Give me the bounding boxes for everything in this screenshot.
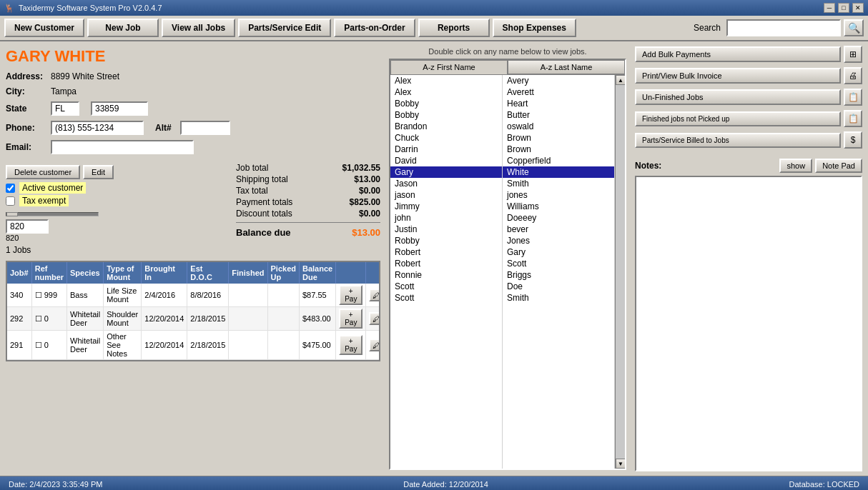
list-item[interactable]: Brown <box>503 132 614 144</box>
email-input[interactable] <box>51 140 194 154</box>
list-item[interactable]: Alex <box>390 75 502 86</box>
scrollbar[interactable]: ▲ ▼ <box>615 75 625 469</box>
tab-first-name[interactable]: A-z First Name <box>390 60 508 74</box>
list-item[interactable]: Brandon <box>390 121 502 132</box>
minimize-button[interactable]: ─ <box>824 3 835 13</box>
finished <box>229 284 267 307</box>
list-item[interactable]: Gary <box>390 166 502 178</box>
scroll-up-button[interactable]: ▲ <box>616 75 625 85</box>
new-customer-button[interactable]: New Customer <box>4 19 84 37</box>
edit-button[interactable]: Edit <box>83 165 114 179</box>
reports-button[interactable]: Reports <box>418 19 490 37</box>
list-item[interactable]: Smith <box>503 292 614 304</box>
jobs-count: 1 Jobs <box>6 245 225 255</box>
search-input[interactable] <box>726 19 841 36</box>
bulk-payments-icon[interactable]: ⊞ <box>844 46 862 63</box>
list-item[interactable]: Robby <box>390 235 502 246</box>
view-all-jobs-button[interactable]: View all Jobs <box>162 19 235 37</box>
edit-row-icon[interactable]: 🖊 <box>369 289 380 301</box>
list-item[interactable]: Jimmy <box>390 201 502 212</box>
list-item[interactable]: White <box>503 166 614 178</box>
list-item[interactable]: Jones <box>503 235 614 246</box>
edit-row-icon[interactable]: 🖊 <box>369 312 380 325</box>
list-item[interactable]: jason <box>390 189 502 201</box>
list-item[interactable]: Jason <box>390 178 502 189</box>
list-item[interactable]: Copperfield <box>503 155 614 166</box>
list-item[interactable]: jones <box>503 189 614 201</box>
list-item[interactable]: Scott <box>390 281 502 292</box>
notes-label: Notes: <box>635 161 661 171</box>
list-item[interactable]: bever <box>503 224 614 235</box>
notepad-button[interactable]: Note Pad <box>815 159 862 173</box>
list-item[interactable]: Darrin <box>390 144 502 155</box>
list-item[interactable]: Bobby <box>390 109 502 121</box>
print-bulk-invoice-button[interactable]: Print/View Bulk Invoice <box>635 68 841 84</box>
list-item[interactable]: Justin <box>390 224 502 235</box>
list-item[interactable]: Heart <box>503 98 614 109</box>
list-item[interactable]: Bobby <box>390 98 502 109</box>
new-job-button[interactable]: New Job <box>87 19 159 37</box>
shop-expenses-button[interactable]: Shop Expenses <box>493 19 576 37</box>
email-label: Email: <box>6 142 45 152</box>
show-notes-button[interactable]: show <box>779 159 812 173</box>
alt-input[interactable] <box>180 121 230 135</box>
list-item[interactable]: David <box>390 155 502 166</box>
scroll-track[interactable] <box>616 85 625 459</box>
customer-name: GARY WHITE <box>6 47 380 66</box>
state-input[interactable] <box>51 101 79 116</box>
list-item[interactable]: Scott <box>503 258 614 269</box>
tab-last-name[interactable]: A-z Last Name <box>508 60 625 74</box>
close-button[interactable]: ✕ <box>852 3 864 13</box>
list-item[interactable]: Butter <box>503 109 614 121</box>
list-item[interactable]: Ronnie <box>390 269 502 281</box>
list-item[interactable]: oswald <box>503 121 614 132</box>
tax-exempt-checkbox[interactable] <box>6 196 15 206</box>
list-item[interactable]: Doeeey <box>503 212 614 224</box>
edit-row-icon[interactable]: 🖊 <box>369 339 380 351</box>
list-item[interactable]: Chuck <box>390 132 502 144</box>
pay-button[interactable]: + Pay <box>339 285 363 305</box>
list-item[interactable]: Averett <box>503 86 614 98</box>
notes-area <box>635 176 862 471</box>
parts-billed-icon[interactable]: $ <box>844 131 862 149</box>
add-bulk-payments-button[interactable]: Add Bulk Payments <box>635 46 841 62</box>
parts-billed-button[interactable]: Parts/Service Billed to Jobs <box>635 133 841 148</box>
col-icon <box>366 262 380 284</box>
list-item[interactable]: Avery <box>503 75 614 86</box>
list-item[interactable]: Smith <box>503 178 614 189</box>
active-customer-checkbox[interactable] <box>6 184 15 193</box>
parts-on-order-button[interactable]: Parts-on-Order <box>334 19 415 37</box>
print-invoice-icon[interactable]: 🖨 <box>844 67 862 84</box>
scroll-down-button[interactable]: ▼ <box>616 459 625 469</box>
ref-check[interactable]: ☐ 0 <box>31 307 66 331</box>
title-bar: 🦌 Taxidermy Software System Pro V2.0.4.7… <box>0 0 868 16</box>
ref-check[interactable]: ☐ 0 <box>31 331 66 360</box>
unfinished-jobs-icon[interactable]: 📋 <box>844 89 862 106</box>
pay-button[interactable]: + Pay <box>339 309 363 329</box>
list-item[interactable]: Brown <box>503 144 614 155</box>
list-item[interactable]: Gary <box>503 246 614 258</box>
slider-value1[interactable] <box>6 219 49 234</box>
list-item[interactable]: Robert <box>390 246 502 258</box>
list-item[interactable]: john <box>390 212 502 224</box>
list-item[interactable]: Robert <box>390 258 502 269</box>
search-icon[interactable]: 🔍 <box>844 19 864 36</box>
list-item[interactable]: Doe <box>503 281 614 292</box>
parts-service-edit-button[interactable]: Parts/Service Edit <box>238 19 331 37</box>
unfinished-jobs-button[interactable]: Un-Finished Jobs <box>635 89 841 105</box>
phone-input[interactable] <box>51 121 144 135</box>
zip-input[interactable] <box>91 101 148 116</box>
delete-customer-button[interactable]: Delete customer <box>6 165 80 179</box>
scroll-track[interactable] <box>6 212 99 216</box>
list-item[interactable]: Alex <box>390 86 502 98</box>
pay-button[interactable]: + Pay <box>339 335 363 355</box>
balance-due: $483.00 <box>299 307 335 331</box>
finished-not-picked-button[interactable]: Finished jobs not Picked up <box>635 111 841 126</box>
list-item[interactable]: Scott <box>390 292 502 304</box>
ref-check[interactable]: ☐ 999 <box>31 284 66 307</box>
maximize-button[interactable]: □ <box>838 3 849 13</box>
list-item[interactable]: Williams <box>503 201 614 212</box>
list-item[interactable]: Briggs <box>503 269 614 281</box>
finished-jobs-icon[interactable]: 📋 <box>844 110 862 127</box>
pay-button-cell: + Pay <box>336 331 366 360</box>
